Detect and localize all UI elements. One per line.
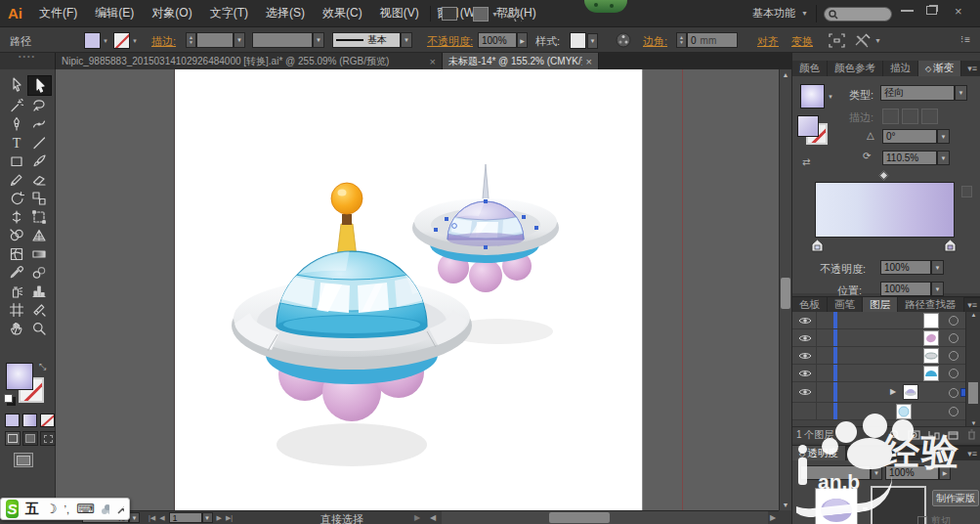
stroke-along-icon[interactable] bbox=[902, 109, 918, 124]
lasso-tool[interactable] bbox=[27, 96, 50, 114]
tab-swatches[interactable]: 色板 bbox=[792, 297, 828, 313]
horizontal-scrollbar[interactable] bbox=[442, 511, 768, 524]
layer-thumbnail[interactable] bbox=[923, 366, 939, 381]
hscroll-left-icon[interactable]: ◀ bbox=[430, 513, 436, 522]
scale-tool[interactable] bbox=[27, 189, 50, 207]
graph-tool[interactable] bbox=[27, 282, 50, 300]
layers-scrollbar[interactable]: ▲ ▼ bbox=[965, 312, 980, 426]
locate-object-icon[interactable] bbox=[889, 429, 901, 441]
fill-color-swatch[interactable]: ▼ bbox=[84, 32, 108, 49]
document-layout-icon[interactable] bbox=[442, 7, 457, 21]
layer-row[interactable] bbox=[792, 347, 965, 365]
workspace-switcher[interactable]: 基本功能 ▼ bbox=[752, 6, 808, 21]
corner-stepper[interactable]: ▲▼ bbox=[676, 32, 687, 48]
menu-view[interactable]: 视图(V) bbox=[371, 5, 428, 22]
pen-tool[interactable] bbox=[5, 114, 27, 133]
ime-punct-icon[interactable]: ’, bbox=[64, 503, 70, 515]
panel-menu-icon[interactable]: ▾≡ bbox=[967, 64, 980, 73]
layer-target-icon[interactable] bbox=[949, 316, 959, 326]
perspective-grid-tool[interactable] bbox=[27, 226, 50, 244]
shape-mode-icon[interactable]: ▼ bbox=[854, 33, 881, 48]
gradient-tool[interactable] bbox=[27, 244, 50, 263]
recolor-artwork-icon[interactable] bbox=[616, 32, 631, 52]
artwork-canvas[interactable] bbox=[174, 69, 643, 510]
scrollbar-thumb[interactable] bbox=[781, 278, 790, 309]
layer-row-selected[interactable]: ▶ bbox=[792, 382, 965, 403]
menu-type[interactable]: 文字(T) bbox=[201, 5, 257, 22]
selection-tool[interactable] bbox=[5, 75, 27, 94]
gradient-button[interactable] bbox=[22, 414, 37, 427]
layer-thumbnail[interactable] bbox=[903, 384, 918, 400]
stop-opacity-field[interactable]: 100% ▼ bbox=[880, 260, 944, 275]
layer-thumbnail[interactable] bbox=[923, 348, 939, 364]
ime-mode[interactable]: 五 bbox=[25, 501, 39, 518]
layer-target-icon[interactable] bbox=[949, 351, 959, 361]
fill-indicator[interactable] bbox=[6, 363, 33, 390]
shape-builder-tool[interactable] bbox=[5, 226, 27, 244]
magic-wand-tool[interactable] bbox=[5, 96, 27, 114]
layer-target-icon[interactable] bbox=[949, 369, 959, 378]
stroke-within-icon[interactable] bbox=[882, 109, 899, 124]
panel-menu-icon[interactable]: ▾≡ bbox=[967, 300, 980, 310]
style-swatch[interactable]: ▼ bbox=[570, 32, 598, 49]
reverse-gradient-icon[interactable]: ⇄ bbox=[802, 156, 810, 167]
gradient-slider[interactable] bbox=[815, 182, 955, 238]
menu-file[interactable]: 文件(F) bbox=[30, 5, 86, 22]
gradient-angle-field[interactable]: 0° ▼ bbox=[882, 129, 950, 144]
menu-effect[interactable]: 效果(C) bbox=[314, 5, 371, 22]
close-button[interactable]: × bbox=[955, 4, 962, 19]
status-menu-icon[interactable]: ▶ bbox=[414, 513, 420, 522]
tab-color-guide[interactable]: 颜色参考 bbox=[828, 61, 883, 76]
blend-tool[interactable] bbox=[27, 263, 50, 282]
panel-menu-icon[interactable]: ▾≡ bbox=[967, 449, 980, 458]
menu-edit[interactable]: 编辑(E) bbox=[86, 5, 143, 22]
layer-target-icon[interactable] bbox=[949, 407, 959, 416]
blend-mode-select[interactable]: ▼ bbox=[800, 465, 882, 480]
document-tab-inactive[interactable]: Nipic_9885883_20150314102926484000 [转换].… bbox=[56, 53, 443, 69]
artboard-number-field[interactable]: 1 ▼ bbox=[169, 512, 213, 523]
swap-fill-stroke-icon[interactable]: ⤡ bbox=[39, 362, 46, 372]
ime-logo[interactable]: S bbox=[6, 500, 19, 518]
stroke-weight-stepper[interactable]: ▲▼ bbox=[186, 32, 196, 48]
hscroll-thumb[interactable] bbox=[549, 512, 610, 523]
pencil-tool[interactable] bbox=[5, 170, 27, 189]
layer-thumbnail[interactable] bbox=[923, 313, 939, 328]
status-text[interactable]: 直接选择 bbox=[274, 512, 410, 524]
rotate-tool[interactable] bbox=[5, 189, 27, 207]
small-ufo[interactable] bbox=[412, 164, 559, 292]
screen-mode-button[interactable] bbox=[14, 453, 33, 467]
mini-fill-proxy[interactable] bbox=[797, 115, 819, 137]
gradient-type-select[interactable]: 径向 ▼ bbox=[880, 85, 967, 101]
eye-icon[interactable] bbox=[798, 333, 812, 343]
direct-selection-tool[interactable] bbox=[27, 75, 52, 96]
layer-target-icon[interactable] bbox=[949, 333, 959, 343]
width-profile-select[interactable]: ▼ bbox=[252, 32, 324, 48]
new-layer-icon[interactable] bbox=[947, 429, 959, 441]
curvature-tool[interactable] bbox=[27, 114, 50, 133]
eraser-tool[interactable] bbox=[27, 170, 50, 189]
gradient-midpoint-marker[interactable] bbox=[879, 171, 889, 181]
layer-thumbnail[interactable] bbox=[923, 330, 939, 346]
slice-tool[interactable] bbox=[27, 300, 50, 319]
align-link[interactable]: 对齐 bbox=[757, 34, 779, 49]
delete-layer-icon[interactable] bbox=[966, 429, 977, 441]
next-artboard-icon[interactable]: ▶ bbox=[217, 514, 222, 522]
opacity-label[interactable]: 不透明度: bbox=[427, 34, 473, 49]
last-artboard-icon[interactable]: ▶| bbox=[226, 514, 233, 522]
tab-gradient[interactable]: ◇渐变 bbox=[918, 61, 961, 76]
search-input[interactable] bbox=[824, 7, 892, 22]
none-button[interactable] bbox=[40, 414, 55, 427]
stroke-color-swatch[interactable]: ▼ bbox=[113, 32, 138, 49]
tab-pathfinder[interactable]: 路径查找器 bbox=[898, 297, 964, 313]
object-thumbnail[interactable] bbox=[815, 488, 858, 524]
arrange-documents-icon[interactable]: ▼ bbox=[473, 7, 498, 22]
transform-link[interactable]: 变换 bbox=[791, 34, 813, 49]
menu-object[interactable]: 对象(O) bbox=[143, 5, 200, 22]
tab-transparency[interactable]: ◇透明度 bbox=[792, 446, 846, 461]
stroke-across-icon[interactable] bbox=[921, 109, 938, 124]
gradient-swatch[interactable] bbox=[800, 84, 825, 109]
first-artboard-icon[interactable]: |◀ bbox=[149, 514, 155, 522]
eye-icon[interactable] bbox=[798, 387, 812, 397]
make-clip-mask-icon[interactable] bbox=[908, 429, 920, 441]
corner-label[interactable]: 边角: bbox=[643, 34, 667, 49]
